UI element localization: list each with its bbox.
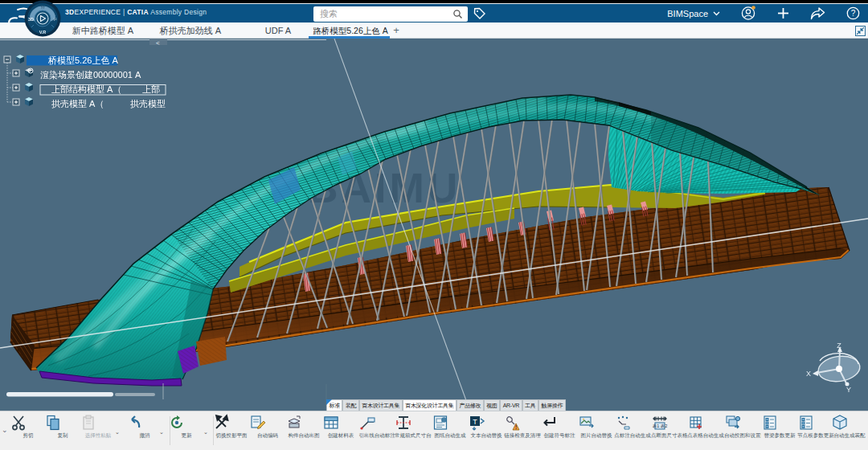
svg-text:I²: I² — [54, 17, 57, 22]
svg-text:!: ! — [515, 424, 517, 430]
svg-text:上部结构模型 A（: 上部结构模型 A（ — [51, 84, 121, 94]
svg-text:拱壳模型 A（: 拱壳模型 A（ — [51, 99, 104, 108]
svg-text:X: X — [806, 370, 811, 378]
svg-text:?: ? — [851, 9, 856, 18]
svg-text:T: T — [473, 418, 477, 426]
svg-text:Y: Y — [846, 386, 851, 394]
svg-text:Yr: Yr — [41, 5, 45, 10]
svg-text:<: < — [156, 39, 160, 47]
svg-text:桥模型5.26上色 A: 桥模型5.26上色 A — [47, 55, 118, 65]
svg-text:V.R: V.R — [39, 30, 47, 35]
svg-text:拱壳模型: 拱壳模型 — [130, 99, 166, 108]
svg-text:上部: 上部 — [142, 84, 160, 94]
svg-text:渲染场景创建00000001 A: 渲染场景创建00000001 A — [40, 70, 141, 80]
svg-text:Z: Z — [837, 342, 841, 350]
svg-text:表1 表2: 表1 表2 — [653, 423, 668, 428]
svg-text:3D: 3D — [28, 17, 34, 22]
